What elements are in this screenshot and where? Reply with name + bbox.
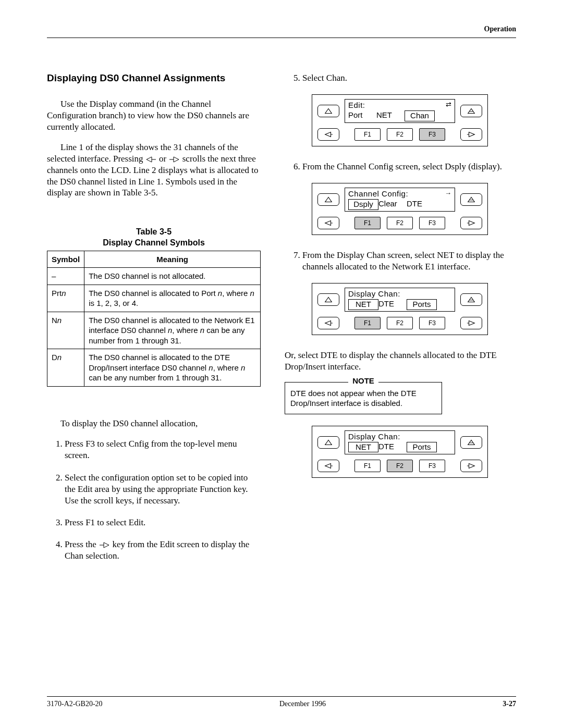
footer-left: 3170-A2-GB20-20 — [47, 700, 103, 708]
fkey-row: F1F2F3 — [345, 217, 455, 229]
nav-up-alt-button[interactable] — [460, 193, 482, 206]
steps-intro-text: To display the DS0 channel allocation, — [60, 418, 198, 428]
nav-up-button[interactable] — [317, 293, 339, 306]
fkey-f3[interactable]: F3 — [419, 128, 445, 141]
svg-marker-14 — [468, 198, 475, 202]
table-row: NnThe DS0 channel is allocated to the Ne… — [47, 312, 261, 349]
intro-para-1-text: Use the Display command (in the Channel … — [47, 99, 249, 132]
nav-up-alt-button[interactable] — [460, 436, 482, 449]
svg-marker-7 — [468, 109, 475, 114]
note-body: DTE does not appear when the DTE Drop/In… — [285, 385, 442, 414]
right-steps-list: Select Chan. — [285, 72, 515, 84]
svg-marker-0 — [146, 157, 152, 162]
lcd-option: Clear — [378, 199, 407, 210]
table-row: DnThe DS0 channel is allocated to the DT… — [47, 349, 261, 387]
nav-up-alt-button[interactable] — [460, 105, 482, 117]
nav-right-button[interactable] — [460, 128, 482, 141]
right-steps-list-3: From the Display Chan screen, select NET… — [285, 250, 515, 273]
nav-right-button[interactable] — [460, 317, 482, 329]
fkey-f2[interactable]: F2 — [387, 460, 413, 472]
th-symbol: Symbol — [47, 251, 84, 268]
svg-marker-19 — [469, 221, 475, 226]
lcd-option: Ports — [407, 442, 437, 453]
lcd-panel-2: Channel Config:→DsplyClearDTEF1F2F3 — [312, 183, 488, 235]
svg-marker-27 — [325, 440, 332, 445]
lcd-option: Chan — [405, 110, 435, 121]
scroll-left-icon — [145, 156, 157, 163]
meaning-cell: The DS0 channel is not allocated. — [84, 268, 261, 285]
header-section-label: Operation — [47, 25, 516, 33]
lcd-option: NET — [376, 110, 405, 121]
lcd-line1: Edit: — [348, 101, 451, 110]
intro-para-2: Line 1 of the display shows the 31 chann… — [47, 142, 261, 199]
left-steps-list: Press F3 to select Cnfig from the top-le… — [47, 438, 261, 562]
nav-left-button[interactable] — [317, 128, 339, 141]
lcd-screen: Display Chan:NETDTEPorts — [345, 288, 455, 312]
nav-left-button[interactable] — [317, 217, 339, 229]
intro-2b: or — [157, 154, 169, 164]
top-rule — [47, 38, 516, 38]
right-steps-list-2: From the Channel Config screen, select D… — [285, 161, 515, 172]
meaning-cell: The DS0 channel is allocated to the DTE … — [84, 349, 261, 387]
note-box: NOTE DTE does not appear when the DTE Dr… — [285, 382, 442, 414]
fkey-f1[interactable]: F1 — [354, 317, 381, 329]
fkey-row: F1F2F3 — [345, 460, 455, 472]
fkey-f3[interactable]: F3 — [419, 460, 445, 472]
fkey-f2[interactable]: F2 — [387, 217, 413, 229]
lcd-panel-1: Edit:⇄PortNETChanF1F2F3 — [312, 94, 488, 146]
lcd-option: NET — [348, 442, 378, 453]
fkey-f2[interactable]: F2 — [387, 317, 413, 329]
symbol-cell: Dn — [47, 349, 84, 387]
lcd-line2: NETDTEPorts — [348, 442, 451, 453]
symbol-cell: Prtn — [47, 285, 84, 312]
lcd-option: DTE — [407, 199, 435, 210]
lcd-scroll-indicator-icon: ⇄ — [446, 101, 451, 108]
svg-marker-26 — [469, 321, 475, 326]
lcd-option: Port — [348, 110, 376, 121]
step-2: Select the configuration option set to b… — [65, 472, 261, 507]
step-6: From the Channel Config screen, select D… — [302, 161, 515, 172]
svg-marker-13 — [325, 198, 332, 202]
nav-up-button[interactable] — [317, 193, 339, 206]
nav-up-button[interactable] — [317, 105, 339, 117]
right-column: Select Chan. Edit:⇄PortNETChanF1F2F3 Fro… — [285, 72, 515, 572]
fkey-f1[interactable]: F1 — [354, 460, 381, 472]
fkey-f1[interactable]: F1 — [354, 217, 381, 229]
after-lcd3-para: Or, select DTE to display the channels a… — [285, 350, 515, 373]
table-row: –The DS0 channel is not allocated. — [47, 268, 261, 285]
lcd-panel-4: Display Chan:NETDTEPortsF1F2F3 — [312, 426, 488, 478]
fkey-f3[interactable]: F3 — [419, 317, 445, 329]
nav-right-button[interactable] — [460, 460, 482, 472]
page-footer: 3170-A2-GB20-20 December 1996 3-27 — [47, 696, 516, 708]
table-caption: Table 3-5 Display Channel Symbols — [47, 227, 261, 249]
table-caption-line2: Display Channel Symbols — [47, 238, 261, 249]
svg-marker-16 — [325, 221, 331, 226]
step-4: Press the key from the Edit screen to di… — [65, 539, 261, 562]
svg-marker-9 — [325, 132, 331, 137]
svg-marker-33 — [469, 463, 475, 468]
fkey-f3[interactable]: F3 — [419, 217, 445, 229]
svg-marker-21 — [468, 298, 475, 302]
lcd-line1: Display Chan: — [348, 432, 451, 442]
nav-up-button[interactable] — [317, 436, 339, 449]
step-7: From the Display Chan screen, select NET… — [302, 250, 515, 273]
lcd-line1: Display Chan: — [348, 289, 451, 299]
meaning-cell: The DS0 channel is allocated to the Netw… — [84, 312, 261, 349]
lcd-screen: Channel Config:→DsplyClearDTE — [345, 188, 455, 212]
lcd-option: Dsply — [348, 199, 378, 210]
scroll-right-icon — [168, 156, 180, 163]
fkey-f1[interactable]: F1 — [354, 128, 381, 141]
nav-right-button[interactable] — [460, 217, 482, 229]
svg-marker-30 — [325, 463, 331, 468]
lcd-line2: PortNETChan — [348, 110, 451, 121]
table-caption-line1: Table 3-5 — [47, 227, 261, 238]
fkey-f2[interactable]: F2 — [387, 128, 413, 141]
lcd-line1: Channel Config: — [348, 189, 451, 199]
nav-left-button[interactable] — [317, 317, 339, 329]
footer-center: December 1996 — [279, 700, 326, 708]
nav-left-button[interactable] — [317, 460, 339, 472]
symbols-table: Symbol Meaning –The DS0 channel is not a… — [47, 251, 261, 387]
lcd-line2: NETDTEPorts — [348, 299, 451, 310]
nav-up-alt-button[interactable] — [460, 293, 482, 306]
lcd-line2: DsplyClearDTE — [348, 199, 451, 210]
